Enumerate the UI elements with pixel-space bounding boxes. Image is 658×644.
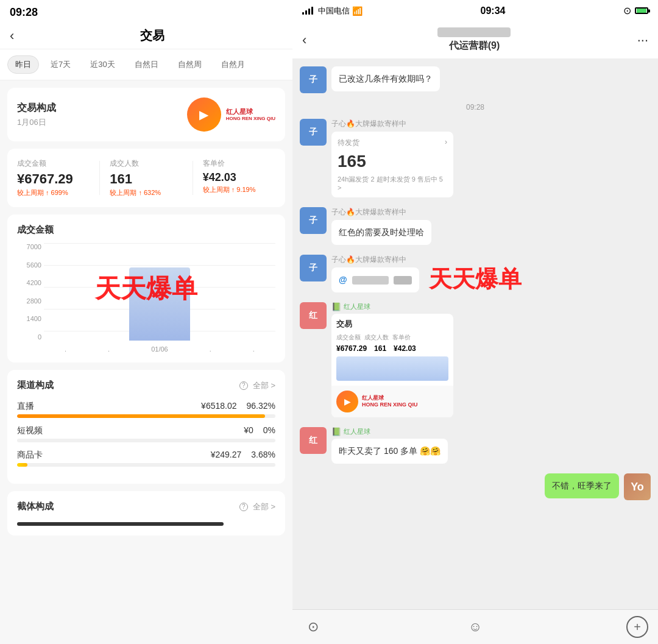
media-link[interactable]: 全部 > xyxy=(253,501,275,512)
avatar-reply: Yo xyxy=(624,473,651,500)
stat-divider-1 xyxy=(99,161,100,195)
chat-messages: 天天爆单 子 已改这几条件有效期吗？ 09:28 子 子心🔥大牌爆款寄样中 xyxy=(292,59,658,609)
amount-label: 成交金额 xyxy=(17,158,90,169)
chat-header: ‹ 代运营群(9) ··· xyxy=(292,21,658,59)
chat-back-button[interactable]: ‹ xyxy=(302,32,306,48)
filter-tab-natural-week[interactable]: 自然周 xyxy=(170,55,210,74)
battery-fill xyxy=(637,9,646,13)
right-panel: 中国电信 📶 09:34 ⊙ ‹ 代运营群(9) ··· 天天爆单 子 xyxy=(292,0,658,644)
screenshot-stats: ¥6767.29 161 ¥42.03 xyxy=(336,344,448,353)
screenshot-bubble: 交易 成交金额 成交人数 客单价 ¥6767.29 161 ¥42.03 xyxy=(331,314,453,417)
chart-bar xyxy=(129,267,190,341)
order-label: 待发货 xyxy=(338,138,359,148)
emoji-icon: ☺ xyxy=(469,619,482,635)
channel-info-video: 短视频 ¥0 0% xyxy=(17,425,275,436)
carrier-name: 中国电信 xyxy=(318,5,350,16)
chat-title-blurred-bar xyxy=(437,27,511,37)
message-row-reply: Yo 不错，旺季来了 xyxy=(300,473,651,500)
channel-title: 渠道构成 xyxy=(17,380,237,391)
voice-icon: ⊙ xyxy=(308,619,319,635)
brand-text-logo: 红人星球 HONG REN XING QIU xyxy=(226,108,275,122)
channel-percent-video: 0% xyxy=(263,425,275,436)
channel-section: 渠道构成 ? 全部 > 直播 ¥6518.02 96.32% xyxy=(7,370,285,484)
filter-tab-30days[interactable]: 近30天 xyxy=(82,55,122,74)
bubble-reply-content: 不错，旺季来了 xyxy=(552,481,612,490)
channel-info-card: 商品卡 ¥249.27 3.68% xyxy=(17,450,275,461)
message-row-text2: 红 📗 红人星球 昨天又卖了 160 多单 🤗🤗 xyxy=(300,427,651,464)
left-panel: 09:28 ‹ 交易 昨日 近7天 近30天 自然日 自然周 自然月 交易构成 … xyxy=(0,0,292,644)
avatar-top: 子 xyxy=(300,66,327,93)
sender-icon-screenshot: 📗 红人星球 xyxy=(331,302,453,311)
avatar-mention: 子 xyxy=(300,255,327,281)
stat-amount: 成交金额 ¥6767.29 较上周期 ↑ 699% xyxy=(17,158,90,197)
bubble-text2-content: 昨天又卖了 160 多单 🤗🤗 xyxy=(339,446,440,456)
brand-logo: ▶ 红人星球 HONG REN XING QIU xyxy=(187,97,275,132)
chart-plot xyxy=(44,243,275,341)
mini-logo-circle: ▶ xyxy=(336,391,358,412)
right-status-time: 09:34 xyxy=(481,5,506,16)
screenshot-header: 交易 xyxy=(336,319,448,330)
mini-brand-line1: 红人星球 xyxy=(362,395,418,402)
stat-count: 成交人数 161 较上周期 ↑ 632% xyxy=(110,158,182,197)
y-label-4200: 4200 xyxy=(17,279,41,286)
channel-row-card: 商品卡 ¥249.27 3.68% xyxy=(17,450,275,467)
emoji-button[interactable]: ☺ xyxy=(464,616,486,638)
channel-percent-card: 3.68% xyxy=(251,450,275,461)
x-label-4: . xyxy=(210,345,211,353)
sender-name-order: 子心🔥大牌爆款寄样中 xyxy=(331,119,453,129)
message-row-order: 子 子心🔥大牌爆款寄样中 待发货 › 165 24h漏发货 2 超时未发货 9 … xyxy=(300,119,651,197)
media-section: 截体构成 ? 全部 > xyxy=(7,491,285,536)
back-button[interactable]: ‹ xyxy=(10,28,14,44)
unit-value: ¥42.03 xyxy=(203,171,275,184)
book-icon-2: 📗 xyxy=(331,427,341,436)
message-content-screenshot: 📗 红人星球 交易 成交金额 成交人数 客单价 ¥6767.29 161 xyxy=(331,302,453,417)
brand-date: 1月06日 xyxy=(17,117,56,128)
message-row-text1: 子 子心🔥大牌爆款寄样中 红色的需要及时处理哈 xyxy=(300,207,651,245)
stat-divider-2 xyxy=(193,161,193,195)
chat-more-button[interactable]: ··· xyxy=(637,32,648,48)
channel-header: 渠道构成 ? 全部 > xyxy=(17,380,275,391)
bubble-text2: 昨天又卖了 160 多单 🤗🤗 xyxy=(331,439,448,464)
filter-tab-natural-month[interactable]: 自然月 xyxy=(213,55,253,74)
channel-stats-card: ¥249.27 3.68% xyxy=(211,450,275,461)
channel-link[interactable]: 全部 > xyxy=(253,380,275,391)
channel-help-icon: ? xyxy=(239,381,248,390)
ss-stat-3: ¥42.03 xyxy=(394,344,416,353)
x-label-3: 01/06 xyxy=(151,345,168,353)
count-value: 161 xyxy=(110,171,182,187)
brand-info: 交易构成 1月06日 xyxy=(17,102,56,128)
signal-icon xyxy=(302,7,313,15)
bubble-text1: 红色的需要及时处理哈 xyxy=(331,220,431,245)
media-title: 截体构成 xyxy=(17,501,237,512)
screenshot-chart xyxy=(336,356,448,381)
avatar-screenshot: 红 xyxy=(300,302,327,329)
brand-logo-in-chat: ▶ 红人星球 HONG REN XING QIU xyxy=(331,386,453,417)
avatar-reply-initial: Yo xyxy=(631,481,644,494)
bubble-top-text: 已改这几条件有效期吗？ xyxy=(339,74,433,83)
brand-title: 交易构成 xyxy=(17,102,56,115)
y-label-2800: 2800 xyxy=(17,297,41,305)
stats-row: 成交金额 ¥6767.29 较上周期 ↑ 699% 成交人数 161 较上周期 … xyxy=(7,149,285,207)
amount-change: 较上周期 ↑ 699% xyxy=(17,188,90,197)
add-button[interactable]: + xyxy=(626,616,648,638)
chart-y-axis: 7000 5600 4200 2800 1400 0 xyxy=(17,243,41,341)
message-row-screenshot: 红 📗 红人星球 交易 成交金额 成交人数 客单价 xyxy=(300,302,651,417)
channel-row-video: 短视频 ¥0 0% xyxy=(17,425,275,442)
media-help-icon: ? xyxy=(239,503,248,511)
avatar-order: 子 xyxy=(300,119,327,146)
chart-title: 成交金额 xyxy=(17,224,275,236)
avatar-text2: 红 xyxy=(300,427,327,454)
y-label-0: 0 xyxy=(17,333,41,341)
unit-label: 客单价 xyxy=(203,158,275,169)
channel-amount-live: ¥6518.02 xyxy=(201,401,236,412)
voice-button[interactable]: ⊙ xyxy=(302,616,324,638)
chart-x-labels: . . 01/06 . . xyxy=(44,345,275,353)
brand-text-line1: 红人星球 xyxy=(226,108,275,116)
brand-text-line2: HONG REN XING QIU xyxy=(226,116,275,122)
filter-tab-natural-day[interactable]: 自然日 xyxy=(127,55,166,74)
sender-name-screenshot: 红人星球 xyxy=(344,302,370,311)
book-icon: 📗 xyxy=(331,302,341,311)
progress-fill-card xyxy=(17,463,27,467)
filter-tab-yesterday[interactable]: 昨日 xyxy=(7,55,39,74)
filter-tab-7days[interactable]: 近7天 xyxy=(43,55,79,74)
